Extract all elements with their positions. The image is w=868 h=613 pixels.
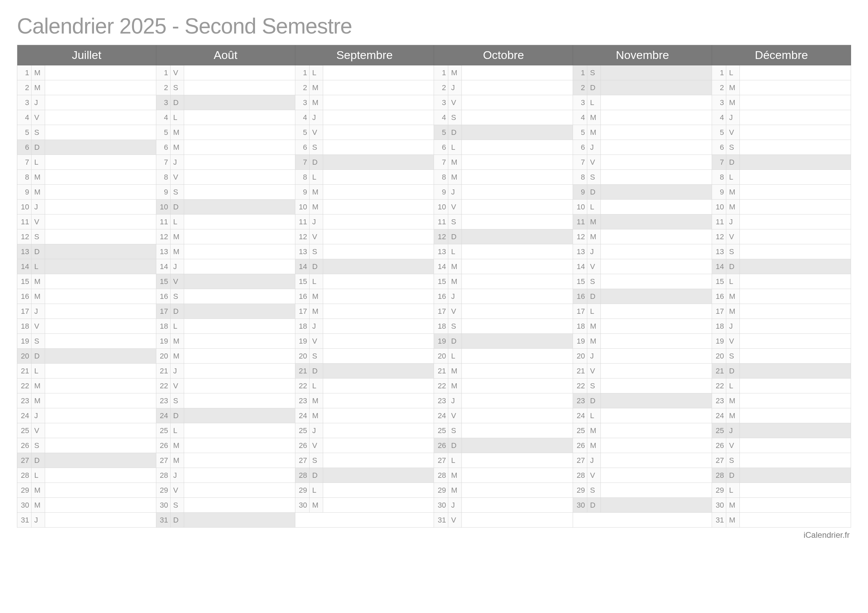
day-of-week: J	[31, 95, 45, 110]
day-row: 17M	[712, 304, 851, 319]
day-note-space	[323, 155, 434, 169]
day-row: 24V	[434, 408, 573, 423]
day-number: 21	[573, 364, 587, 378]
day-note-space	[323, 200, 434, 214]
day-number: 27	[434, 453, 448, 467]
day-row: 7D	[295, 155, 434, 170]
day-number: 25	[17, 423, 31, 438]
day-of-week: D	[310, 155, 323, 169]
day-of-week: M	[31, 379, 45, 393]
day-row: 7L	[17, 155, 156, 170]
day-note-space	[184, 423, 295, 438]
day-row: 21M	[434, 364, 573, 379]
day-note-space	[184, 289, 295, 303]
day-row: 8V	[156, 170, 295, 185]
day-number: 11	[156, 215, 170, 229]
day-of-week: V	[448, 408, 462, 423]
day-number: 13	[295, 244, 310, 259]
day-number: 23	[434, 393, 448, 408]
day-of-week: L	[170, 110, 184, 125]
day-note-space	[184, 259, 295, 274]
day-note-space	[740, 483, 851, 497]
day-of-week: M	[310, 393, 323, 408]
day-note-space	[45, 483, 156, 497]
day-of-week: S	[587, 379, 601, 393]
day-number: 7	[573, 155, 587, 169]
day-number: 1	[573, 65, 587, 80]
day-of-week: M	[31, 274, 45, 289]
day-of-week: M	[448, 379, 462, 393]
day-row: 3M	[295, 95, 434, 110]
day-number: 31	[156, 513, 170, 527]
day-row: 30S	[156, 498, 295, 513]
day-of-week: M	[726, 80, 740, 95]
day-row: 29L	[712, 483, 851, 498]
day-number: 8	[295, 170, 310, 184]
day-note-space	[462, 453, 573, 467]
day-of-week: V	[170, 274, 184, 289]
day-row: 11J	[712, 215, 851, 229]
day-of-week: D	[170, 513, 184, 527]
day-number: 4	[295, 110, 310, 125]
day-note-space	[45, 274, 156, 289]
day-of-week: D	[726, 155, 740, 169]
day-note-space	[323, 65, 434, 80]
day-of-week: L	[170, 423, 184, 438]
day-note-space	[323, 289, 434, 303]
day-row: 24L	[573, 408, 712, 423]
day-note-space	[45, 140, 156, 155]
day-note-space	[740, 408, 851, 423]
day-row: 25V	[17, 423, 156, 438]
day-row: 3L	[573, 95, 712, 110]
day-number: 14	[295, 259, 310, 274]
day-note-space	[462, 110, 573, 125]
day-note-space	[740, 304, 851, 319]
day-note-space	[601, 393, 712, 408]
day-note-space	[323, 110, 434, 125]
day-note-space	[601, 438, 712, 453]
day-number: 26	[17, 438, 31, 453]
day-number: 9	[295, 185, 310, 199]
day-of-week: V	[31, 110, 45, 125]
day-row: 24D	[156, 408, 295, 423]
day-row: 8M	[17, 170, 156, 185]
day-number: 5	[434, 125, 448, 139]
day-number: 6	[434, 140, 448, 155]
day-of-week: J	[587, 140, 601, 155]
day-number: 27	[712, 453, 726, 467]
day-number: 8	[17, 170, 31, 184]
day-number: 30	[573, 498, 587, 512]
day-row: 20D	[17, 349, 156, 364]
day-of-week: M	[726, 200, 740, 214]
day-of-week: S	[310, 349, 323, 363]
day-note-space	[740, 513, 851, 527]
day-row: 5D	[434, 125, 573, 140]
day-number: 31	[434, 513, 448, 527]
day-note-space	[462, 140, 573, 155]
day-number: 27	[17, 453, 31, 467]
month-header: Octobre	[434, 45, 573, 65]
day-of-week: M	[448, 364, 462, 378]
day-of-week: S	[310, 140, 323, 155]
day-of-week: M	[31, 483, 45, 497]
day-note-space	[45, 185, 156, 199]
day-of-week: J	[587, 349, 601, 363]
day-note-space	[184, 185, 295, 199]
day-of-week: J	[448, 498, 462, 512]
day-note-space	[462, 229, 573, 244]
day-row: 26M	[573, 438, 712, 453]
day-row: 15V	[156, 274, 295, 289]
day-row: 29S	[573, 483, 712, 498]
day-row: 4M	[573, 110, 712, 125]
day-note-space	[45, 468, 156, 483]
day-row: 25M	[573, 423, 712, 438]
day-number: 1	[17, 65, 31, 80]
day-note-space	[323, 453, 434, 467]
day-of-week: M	[587, 110, 601, 125]
day-of-week: D	[170, 200, 184, 214]
day-note-space	[601, 259, 712, 274]
page-title: Calendrier 2025 - Second Semestre	[17, 14, 851, 39]
day-note-space	[740, 453, 851, 467]
day-number: 22	[434, 379, 448, 393]
day-of-week: V	[448, 95, 462, 110]
